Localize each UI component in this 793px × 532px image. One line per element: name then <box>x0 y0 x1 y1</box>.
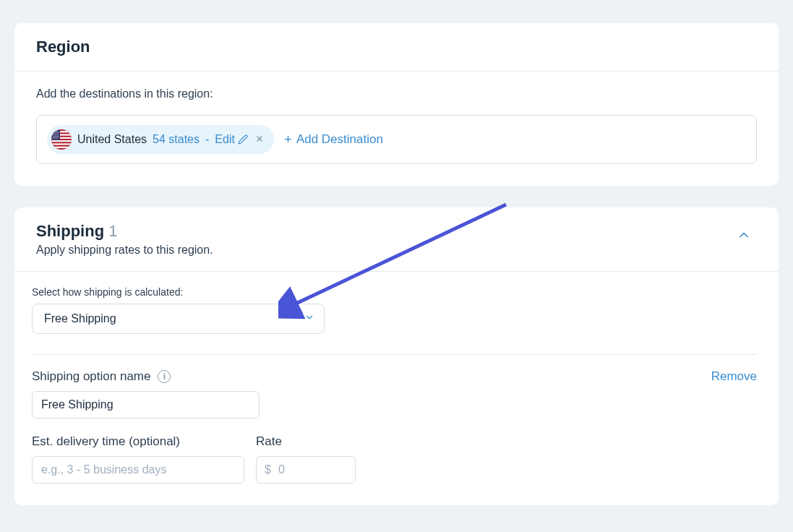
svg-point-18 <box>56 136 56 137</box>
delivery-label: Est. delivery time (optional) <box>32 434 244 449</box>
shipping-title-text: Shipping <box>36 222 104 240</box>
pencil-icon <box>238 133 248 145</box>
option-name-input[interactable] <box>32 391 260 419</box>
region-card: Region Add the destinations in this regi… <box>14 23 779 186</box>
collapse-toggle[interactable] <box>731 222 757 251</box>
shipping-card: Shipping 1 Apply shipping rates to this … <box>14 207 779 505</box>
svg-point-21 <box>54 137 55 138</box>
calc-method-label: Select how shipping is calculated: <box>32 286 757 298</box>
svg-point-13 <box>58 132 59 133</box>
delivery-column: Est. delivery time (optional) <box>32 434 244 484</box>
svg-point-8 <box>52 130 53 131</box>
shipping-index: 1 <box>108 222 117 240</box>
region-prompt: Add the destinations in this region: <box>36 87 757 100</box>
svg-point-19 <box>58 136 59 137</box>
shipping-heading-block: Shipping 1 Apply shipping rates to this … <box>36 222 213 257</box>
region-card-header: Region <box>14 23 779 72</box>
us-flag-icon <box>51 129 72 150</box>
destination-states-count[interactable]: 54 states <box>153 133 200 146</box>
delivery-rate-row: Est. delivery time (optional) Rate $ <box>32 434 757 484</box>
destination-chip-us: United States 54 states - Edit <box>47 125 274 154</box>
svg-point-20 <box>52 137 53 138</box>
option-name-row: Shipping option name i Remove <box>32 369 757 384</box>
svg-point-16 <box>56 134 57 134</box>
section-divider <box>32 354 757 355</box>
add-destination-label: Add Destination <box>296 132 383 147</box>
option-name-label: Shipping option name i <box>32 369 171 384</box>
region-title: Region <box>36 38 757 56</box>
shipping-subtitle: Apply shipping rates to this region. <box>36 244 213 257</box>
svg-point-10 <box>56 130 57 131</box>
option-name-label-text: Shipping option name <box>32 369 150 384</box>
calc-method-select[interactable]: Free Shipping <box>32 304 325 334</box>
rate-column: Rate $ <box>256 434 356 484</box>
rate-input[interactable] <box>256 456 356 484</box>
region-card-body: Add the destinations in this region: <box>14 72 779 186</box>
edit-label: Edit <box>215 133 235 145</box>
rate-label: Rate <box>256 434 356 449</box>
svg-point-22 <box>56 137 57 138</box>
svg-rect-5 <box>51 143 72 145</box>
svg-point-9 <box>54 130 55 131</box>
calc-method-select-wrapper: Free Shipping <box>32 304 325 334</box>
shipping-card-header: Shipping 1 Apply shipping rates to this … <box>14 207 779 272</box>
add-destination-button[interactable]: + Add Destination <box>284 132 383 147</box>
chevron-up-icon <box>737 228 751 242</box>
svg-point-11 <box>53 132 54 133</box>
destination-dash: - <box>205 133 209 146</box>
plus-icon: + <box>284 133 292 146</box>
svg-point-14 <box>52 134 53 134</box>
destination-edit-link[interactable]: Edit <box>215 133 248 146</box>
destinations-container[interactable]: United States 54 states - Edit <box>36 115 757 164</box>
destination-remove-icon[interactable] <box>254 133 265 146</box>
svg-rect-6 <box>51 147 72 148</box>
shipping-title: Shipping 1 <box>36 222 213 241</box>
svg-rect-4 <box>51 140 72 142</box>
svg-point-12 <box>56 132 56 133</box>
delivery-time-input[interactable] <box>32 456 244 484</box>
remove-option-link[interactable]: Remove <box>711 369 757 384</box>
info-icon[interactable]: i <box>158 370 171 383</box>
shipping-card-body: Select how shipping is calculated: Free … <box>14 272 779 505</box>
svg-point-17 <box>53 136 54 137</box>
svg-point-15 <box>54 134 55 134</box>
destination-country-name: United States <box>77 133 147 146</box>
rate-input-wrapper: $ <box>256 456 356 484</box>
